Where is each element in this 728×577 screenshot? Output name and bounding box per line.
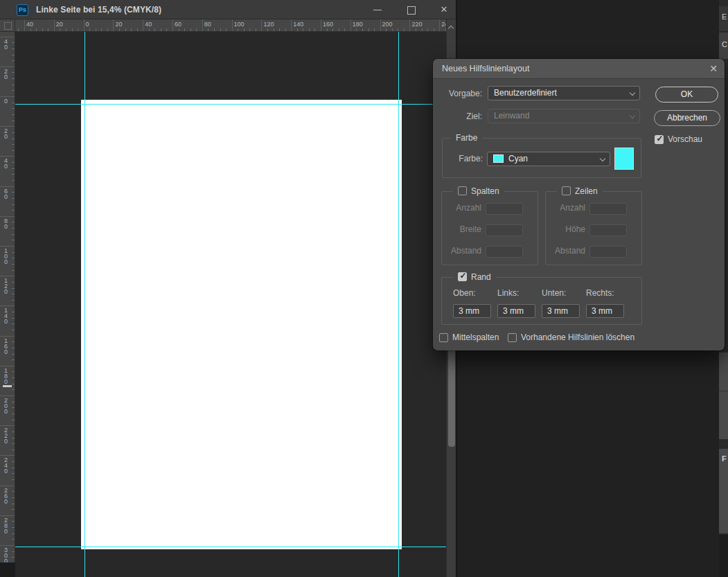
hilfslinien-loeschen-checkbox[interactable] [508,333,517,342]
vorschau-checkbox[interactable] [655,135,664,144]
ruler-tick [434,28,434,31]
rand-checkbox[interactable] [458,272,467,281]
dialog-header[interactable]: Neues Hilfslinienlayout ✕ [433,59,725,79]
vertical-ruler[interactable]: 4 02 002 04 06 08 01 0 01 2 01 4 01 6 01… [0,32,15,562]
ok-button[interactable]: OK [655,87,718,103]
farbe-dropdown[interactable]: Cyan [487,152,610,166]
rand-rechts-input[interactable]: 3 mm [586,304,624,318]
window-titlebar[interactable]: Ps Linke Seite bei 15,4% (CMYK/8) ✕ [0,0,456,19]
color-swatch-large[interactable] [614,148,634,170]
guide-horizontal-top[interactable] [15,104,446,105]
panel-tab-fragment-2[interactable]: C [719,33,728,59]
ruler-tick [232,19,233,32]
ruler-tick [12,121,15,121]
ruler-tick [54,19,55,32]
chevron-down-icon [600,156,605,161]
ruler-label: 100 [234,21,245,28]
canvas-area[interactable] [15,32,446,577]
ruler-tick [380,19,381,32]
ruler-label: 80 [204,21,211,28]
mittelspalten-checkbox[interactable] [439,333,448,342]
ruler-tick [12,371,15,372]
spalten-checkbox[interactable] [458,186,467,195]
dialog-title: Neues Hilfslinienlayout [442,59,529,79]
dialog-close-icon[interactable]: ✕ [709,59,718,79]
rand-legend-text: Rand [471,272,491,282]
ruler-tick [12,533,15,534]
ruler-tick [0,276,15,276]
guide-vertical-left[interactable] [85,32,85,577]
ruler-tick [48,28,48,31]
window-title: Linke Seite bei 15,4% (CMYK/8) [36,0,161,19]
ruler-label: 24 [441,21,446,28]
ruler-tick [356,28,357,31]
ruler-tick [196,28,197,31]
zeilen-abstand-label: Abstand [547,245,585,257]
ruler-tick [154,28,155,31]
ruler-label: 6 0 [4,188,8,199]
ruler-tick [422,28,423,31]
document-page[interactable] [81,100,402,549]
ruler-tick [12,252,15,253]
ruler-tick [12,461,15,462]
ruler-tick [398,28,398,31]
ruler-tick [0,66,15,67]
minimize-button[interactable] [366,0,389,19]
panel-tab-fragment-4[interactable]: F [719,449,728,533]
ruler-tick [274,28,274,31]
scrollbar-up-arrow-icon[interactable] [449,25,454,30]
chevron-down-icon [630,90,635,96]
guide-horizontal-bottom[interactable] [15,547,446,547]
ruler-tick [12,42,15,43]
ziel-label: Ziel: [433,109,482,124]
vorgabe-dropdown[interactable]: Benutzerdefiniert [488,86,640,100]
ruler-label: 4 0 [4,158,8,169]
ruler-tick [143,19,143,32]
ruler-tick [84,19,85,32]
document-window: Ps Linke Seite bei 15,4% (CMYK/8) ✕ 4020… [0,0,457,577]
ruler-label: 2 8 0 [4,517,8,534]
guide-vertical-right[interactable] [398,32,399,577]
ruler-tick [24,19,25,32]
ruler-tick [374,28,375,31]
close-window-button[interactable]: ✕ [432,0,456,19]
ruler-tick [12,479,15,480]
ruler-tick [261,19,262,32]
ruler-tick [12,78,15,79]
ruler-tick [220,28,221,31]
ruler-tick [12,509,15,510]
ruler-label: 3 0 0 [4,547,8,562]
ruler-tick [12,420,15,420]
zeilen-checkbox[interactable] [562,186,571,195]
ruler-label: 1 4 0 [4,308,8,324]
ruler-tick [12,443,15,444]
cancel-button[interactable]: Abbrechen [654,110,720,126]
ruler-tick [0,246,15,247]
ruler-tick [12,438,15,438]
ruler-tick [60,28,60,31]
panel-tab-fragment-3[interactable] [719,352,728,439]
ruler-tick [161,28,161,31]
panel-tab-fragment-1[interactable]: E [719,6,728,31]
ruler-tick [12,114,15,115]
ruler-tick [12,144,15,145]
spalten-abstand-label: Abstand [443,245,481,257]
ruler-tick [12,407,15,408]
ruler-tick [12,192,15,193]
zeilen-anzahl-input [589,203,627,215]
ruler-tick [12,323,15,324]
ruler-tick [119,28,120,31]
zeilen-hoehe-input [589,224,627,236]
ruler-tick [12,504,15,504]
ruler-tick [439,19,440,32]
horizontal-ruler[interactable]: 402002040608010012014016018020022024 [15,19,446,32]
spalten-anzahl-input [486,203,523,215]
ruler-tick [202,19,203,32]
maximize-button[interactable] [399,0,423,19]
rand-oben-input[interactable]: 3 mm [453,304,491,318]
ruler-tick [12,294,15,294]
ruler-tick [12,139,15,139]
rand-links-input[interactable]: 3 mm [497,304,535,318]
ruler-origin-box[interactable] [0,19,15,32]
rand-unten-input[interactable]: 3 mm [542,304,580,318]
